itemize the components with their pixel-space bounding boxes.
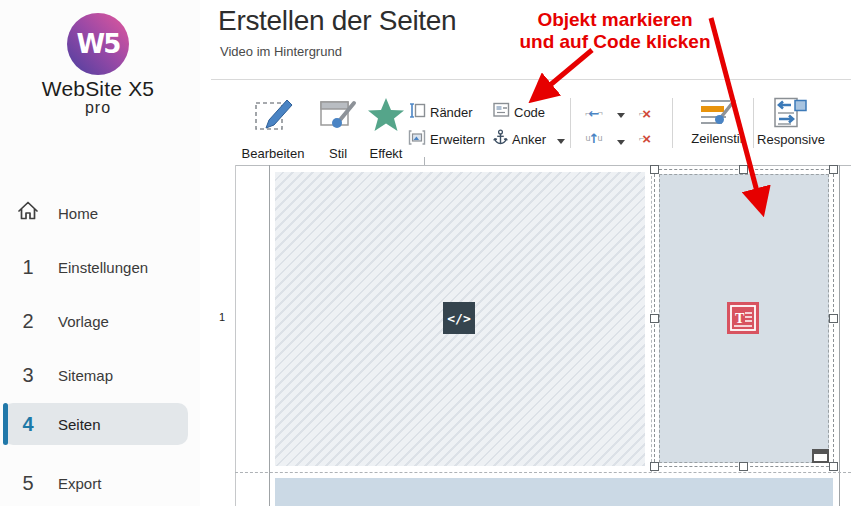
column-marker-tick xyxy=(424,157,425,165)
expand-icon xyxy=(408,129,426,150)
canvas-left-border xyxy=(235,165,236,506)
annotation-line1: Objekt markieren xyxy=(470,9,760,31)
page-right-border xyxy=(839,165,840,506)
edit-pencil-icon xyxy=(253,95,293,139)
step-number: 2 xyxy=(3,310,53,333)
anchor-icon xyxy=(493,129,508,149)
row2-object-cell[interactable] xyxy=(275,478,833,506)
html-code-object-icon[interactable]: </> xyxy=(443,302,475,334)
selection-handle-middle-right[interactable] xyxy=(829,314,838,323)
toolbar-separator xyxy=(753,98,754,148)
home-icon xyxy=(3,200,53,226)
website-x5-logo-icon: W5 xyxy=(67,13,129,75)
delete-column-button[interactable]: ⌐× xyxy=(636,104,656,122)
page-title: Erstellen der Seiten xyxy=(218,5,456,37)
sidebar-item-label: Home xyxy=(58,205,98,222)
anker-dropdown-button[interactable] xyxy=(551,132,571,150)
raender-button[interactable]: Ränder xyxy=(409,103,473,121)
svg-text:T: T xyxy=(735,311,745,326)
header-divider xyxy=(211,79,851,80)
selection-handle-bottom-middle[interactable] xyxy=(739,462,748,471)
red-x-icon: × xyxy=(642,105,651,122)
annotation-note: Objekt markieren und auf Code klicken xyxy=(470,9,760,53)
responsive-icon xyxy=(773,97,809,132)
button-label: Effekt xyxy=(369,146,402,161)
step-number: 1 xyxy=(3,256,53,279)
sidebar-item-vorlage[interactable]: 2 Vorlage xyxy=(3,300,188,342)
page-left-border xyxy=(269,165,270,506)
logo-monogram: W5 xyxy=(77,29,120,59)
style-brush-icon xyxy=(318,95,358,139)
sidebar-item-einstellungen[interactable]: 1 Einstellungen xyxy=(3,246,188,288)
chevron-down-icon xyxy=(617,140,625,145)
annotation-line2: und auf Code klicken xyxy=(470,31,760,53)
code-icon xyxy=(493,102,510,122)
responsive-button[interactable]: Responsive xyxy=(760,97,822,145)
page-subtitle: Video im Hintergrund xyxy=(220,44,342,59)
button-label: Code xyxy=(514,105,545,120)
move-object-up-button[interactable]: u↑u xyxy=(584,129,604,147)
step-number: 5 xyxy=(3,472,53,495)
toolbar-separator xyxy=(672,98,673,148)
step-number: 3 xyxy=(3,364,53,387)
move-object-before-button[interactable]: ⌐←¬ xyxy=(584,104,604,122)
button-label: Erweitern xyxy=(430,132,485,147)
margins-icon xyxy=(409,102,426,123)
cell-bracket-icon: ¬ xyxy=(597,108,602,118)
sidebar-item-label: Vorlage xyxy=(58,313,109,330)
canvas-top-border xyxy=(235,165,851,166)
sidebar-item-home[interactable]: Home xyxy=(3,192,188,234)
move-up-dropdown-button[interactable] xyxy=(611,133,631,151)
red-x-icon: × xyxy=(642,130,651,147)
brand-edition: pro xyxy=(0,99,196,117)
row-number-label: 1 xyxy=(213,311,231,323)
sidebar-item-label: Einstellungen xyxy=(58,259,148,276)
code-button[interactable]: Code xyxy=(493,103,545,121)
selection-handle-middle-left[interactable] xyxy=(650,314,659,323)
brand-name: WebSite X5 xyxy=(0,77,196,101)
button-label: Anker xyxy=(512,132,546,147)
effekt-button[interactable]: Effekt xyxy=(356,95,416,161)
row-style-icon xyxy=(698,97,736,131)
cell-bracket-icon: u xyxy=(597,133,602,143)
cell-properties-icon[interactable] xyxy=(812,449,829,463)
selection-handle-top-right[interactable] xyxy=(829,165,838,174)
sidebar-item-label: Export xyxy=(58,475,101,492)
active-item-indicator xyxy=(3,403,8,445)
sidebar-item-export[interactable]: 5 Export xyxy=(3,462,188,504)
sidebar-item-label: Sitemap xyxy=(58,367,113,384)
button-label: Zeilenstil xyxy=(691,131,742,146)
effect-star-icon xyxy=(366,95,406,139)
arrow-to-code-button xyxy=(543,50,592,91)
selection-handle-bottom-left[interactable] xyxy=(650,462,659,471)
button-label: Ränder xyxy=(430,105,473,120)
button-label: Responsive xyxy=(757,132,825,147)
anker-button[interactable]: Anker xyxy=(493,130,546,148)
chevron-down-icon xyxy=(557,139,565,144)
sidebar: W5 WebSite X5 pro Home 1 Einstellungen 2… xyxy=(0,0,200,506)
selection-handle-top-middle[interactable] xyxy=(739,165,748,174)
step-number: 4 xyxy=(3,413,53,436)
button-label: Bearbeiten xyxy=(242,146,305,161)
zeilenstil-button[interactable]: Zeilenstil xyxy=(686,97,748,145)
bearbeiten-button[interactable]: Bearbeiten xyxy=(243,95,303,161)
text-object-icon[interactable]: T xyxy=(727,302,759,338)
move-before-dropdown-button[interactable] xyxy=(611,106,631,124)
row-divider[interactable] xyxy=(235,472,851,473)
selection-handle-top-left[interactable] xyxy=(650,165,659,174)
sidebar-item-seiten[interactable]: 4 Seiten xyxy=(3,403,188,445)
sidebar-item-sitemap[interactable]: 3 Sitemap xyxy=(3,354,188,396)
erweitern-button[interactable]: Erweitern xyxy=(408,130,485,148)
delete-row-button[interactable]: ⌐× xyxy=(636,129,656,147)
button-label: Stil xyxy=(329,146,347,161)
chevron-down-icon xyxy=(617,113,625,118)
toolbar-separator xyxy=(570,98,571,148)
sidebar-item-label: Seiten xyxy=(58,416,101,433)
selection-handle-bottom-right[interactable] xyxy=(829,462,838,471)
